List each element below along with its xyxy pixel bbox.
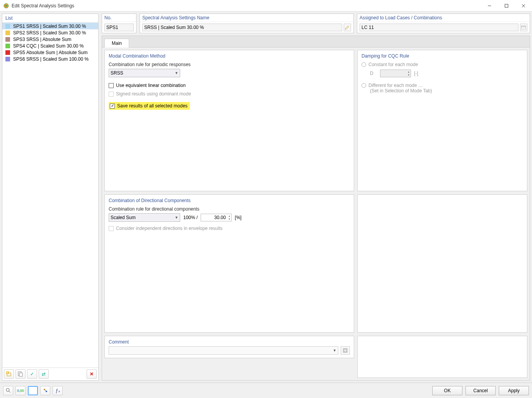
list-body[interactable]: SPS1SRSS | Scaled Sum 30.00 %SPS2SRSS | …	[2, 23, 98, 367]
comment-browse-icon[interactable]	[341, 346, 350, 355]
save-results-row[interactable]: Save results of all selected modes	[109, 102, 190, 110]
directional-rule-select[interactable]: Scaled Sum ▼	[109, 213, 180, 222]
color-swatch	[5, 37, 10, 42]
list-item-id: SPS3	[13, 37, 26, 42]
directional-rule-label: Combination rule for directional compone…	[109, 206, 350, 212]
ok-button[interactable]: OK	[432, 386, 462, 395]
edit-name-icon[interactable]	[344, 24, 351, 31]
comment-panel: Comment ▼	[104, 336, 354, 358]
maximize-button[interactable]	[498, 0, 515, 12]
different-sublabel: (Set in Selection of Mode Tab)	[370, 88, 523, 94]
assigned-input[interactable]	[360, 24, 518, 31]
use-equiv-row[interactable]: Use equivalent linear combination	[109, 83, 350, 88]
signed-label: Signed results using dominant mode	[116, 91, 191, 97]
blank-panel-right-1	[357, 194, 527, 333]
check-invalid-icon[interactable]: ⇄	[39, 369, 49, 379]
list-item-name: SRSS | Absolute Sum	[26, 37, 72, 42]
name-field-group: Spectral Analysis Settings Name	[140, 14, 354, 33]
list-item-name: CQC | Scaled Sum 30.00 %	[26, 43, 84, 49]
list-item-name: SRSS | Scaled Sum 30.00 %	[26, 24, 86, 29]
apply-button[interactable]: Apply	[499, 386, 529, 395]
different-label: Different for each mode …	[368, 83, 423, 88]
search-icon[interactable]	[3, 386, 13, 395]
different-radio	[361, 83, 366, 88]
check-valid-icon[interactable]: ✓	[27, 369, 37, 379]
cancel-button[interactable]: Cancel	[466, 386, 496, 395]
svg-point-1	[5, 5, 7, 7]
signed-checkbox	[109, 92, 114, 97]
window-title: Edit Spectral Analysis Settings	[12, 3, 481, 9]
no-label: No.	[102, 14, 136, 22]
save-results-checkbox[interactable]	[110, 104, 115, 109]
d-input: ▲▼	[380, 70, 411, 77]
save-results-label: Save results of all selected modes	[117, 103, 188, 109]
svg-rect-3	[505, 4, 508, 7]
damping-title: Damping for CQC Rule	[361, 53, 523, 59]
d-label: D	[370, 71, 377, 76]
list-item-id: SPS5	[13, 50, 26, 55]
use-equiv-checkbox[interactable]	[109, 83, 114, 88]
chevron-down-icon: ▼	[175, 71, 178, 75]
svg-line-18	[44, 389, 46, 391]
list-item[interactable]: SPS6SRSS | Scaled Sum 100.00 %	[2, 56, 98, 62]
constant-mode-row: Constant for each mode	[361, 62, 523, 67]
consider-label: Consider independent directions in envel…	[116, 226, 223, 231]
name-input[interactable]	[142, 24, 342, 31]
app-icon	[3, 3, 9, 9]
svg-rect-7	[6, 371, 9, 374]
list-item-id: SPS6	[13, 56, 26, 62]
copy-item-icon[interactable]	[15, 369, 26, 379]
periodic-rule-select[interactable]: SRSS ▼	[109, 69, 180, 77]
chevron-down-icon: ▼	[333, 349, 336, 352]
assigned-label: Assigned to Load Cases / Combinations	[357, 14, 530, 22]
units-icon[interactable]: 0,00	[15, 386, 26, 395]
chevron-down-icon: ▼	[175, 216, 178, 219]
directional-panel: Combination of Directional Components Co…	[104, 194, 354, 333]
delete-item-icon[interactable]: ✕	[87, 369, 97, 379]
svg-rect-9	[19, 373, 22, 376]
no-field-group: No.	[102, 14, 136, 33]
pct-value-input[interactable]: ▲▼	[201, 214, 232, 221]
list-item[interactable]: SPS4CQC | Scaled Sum 30.00 %	[2, 43, 98, 49]
constant-label: Constant for each mode	[368, 62, 418, 67]
list-item-name: SRSS | Scaled Sum 100.00 %	[26, 56, 89, 62]
list-panel: List SPS1SRSS | Scaled Sum 30.00 %SPS2SR…	[2, 14, 99, 381]
list-item[interactable]: SPS5Absolute Sum | Absolute Sum	[2, 49, 98, 56]
name-label: Spectral Analysis Settings Name	[140, 14, 353, 22]
list-item[interactable]: SPS3SRSS | Absolute Sum	[2, 36, 98, 43]
color-swatch	[5, 31, 10, 35]
list-item[interactable]: SPS2SRSS | Scaled Sum 30.00 %	[2, 29, 98, 36]
close-button[interactable]	[515, 0, 532, 12]
tab-strip: Main	[102, 36, 530, 48]
modal-combination-panel: Modal Combination Method Combination rul…	[104, 50, 354, 191]
pct-prefix: 100% /	[183, 215, 198, 220]
list-item-id: SPS4	[13, 43, 26, 49]
selection-box-icon[interactable]	[28, 386, 38, 395]
function-icon[interactable]: ƒₓ	[53, 386, 63, 395]
minimize-button[interactable]	[481, 0, 498, 12]
new-item-icon[interactable]	[4, 369, 14, 379]
list-header: List	[2, 14, 98, 23]
constant-radio	[361, 62, 366, 67]
tab-main[interactable]: Main	[104, 39, 129, 48]
bottom-bar: 0,00 ƒₓ OK Cancel Apply	[0, 383, 532, 398]
color-swatch	[5, 57, 10, 61]
consider-independent-row: Consider independent directions in envel…	[109, 226, 350, 231]
modal-title: Modal Combination Method	[109, 53, 350, 59]
d-unit: [-]	[414, 71, 418, 76]
color-swatch	[5, 50, 10, 55]
color-swatch	[5, 24, 10, 29]
titlebar: Edit Spectral Analysis Settings	[0, 0, 532, 12]
list-item[interactable]: SPS1SRSS | Scaled Sum 30.00 %	[2, 23, 98, 29]
browse-assigned-icon[interactable]	[520, 24, 527, 31]
comment-combo[interactable]: ▼	[109, 346, 338, 355]
svg-rect-10	[521, 26, 526, 29]
different-mode-row: Different for each mode …	[361, 83, 523, 88]
comment-title: Comment	[109, 339, 350, 345]
members-icon[interactable]	[40, 386, 50, 395]
list-toolbar: ✓ ⇄ ✕	[2, 367, 98, 380]
no-input[interactable]	[104, 24, 134, 31]
svg-line-15	[9, 391, 10, 393]
periodic-rule-value: SRSS	[111, 70, 123, 76]
directional-rule-value: Scaled Sum	[111, 215, 136, 220]
